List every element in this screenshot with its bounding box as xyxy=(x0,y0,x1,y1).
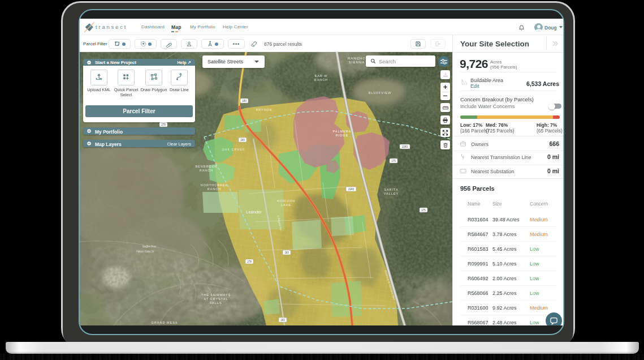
svg-text:Leander: Leander xyxy=(246,209,262,215)
svg-text:BENBROOK: BENBROOK xyxy=(195,165,217,168)
svg-text:RANCH: RANCH xyxy=(208,187,222,191)
svg-text:175: 175 xyxy=(421,209,426,212)
svg-text:HORIZON: HORIZON xyxy=(277,199,295,203)
svg-text:SARITA: SARITA xyxy=(384,188,398,191)
svg-text:183: 183 xyxy=(242,100,247,102)
svg-text:PALMERA: PALMERA xyxy=(333,130,352,133)
svg-text:2243: 2243 xyxy=(348,188,355,191)
svg-text:BAR W: BAR W xyxy=(314,74,327,78)
svg-text:278: 278 xyxy=(247,260,252,263)
svg-text:NORTHCREEK: NORTHCREEK xyxy=(201,183,228,187)
svg-text:SIENNA: SIENNA xyxy=(349,61,365,64)
svg-text:175: 175 xyxy=(391,160,396,162)
svg-text:Eagles Way: Eagles Way xyxy=(142,245,157,248)
svg-text:RIDGE: RIDGE xyxy=(336,134,348,137)
svg-text:FALLS: FALLS xyxy=(210,301,222,305)
svg-text:AT CRYSTAL: AT CRYSTAL xyxy=(204,297,228,301)
svg-text:THE FAIRWAYS: THE FAIRWAYS xyxy=(201,293,231,297)
svg-text:GRAND MESA: GRAND MESA xyxy=(152,321,178,324)
svg-text:Falcon Oaks Dr: Falcon Oaks Dr xyxy=(136,250,154,253)
svg-text:LAKE: LAKE xyxy=(281,203,291,207)
svg-text:OAK CREEK: OAK CREEK xyxy=(222,148,245,151)
svg-text:RANCHO: RANCHO xyxy=(348,57,366,60)
svg-text:RANCH: RANCH xyxy=(314,78,329,82)
svg-text:2243: 2243 xyxy=(402,145,408,148)
svg-text:BLUFFVIEW: BLUFFVIEW xyxy=(369,91,391,95)
svg-text:BRYSON: BRYSON xyxy=(256,108,272,112)
svg-text:183: 183 xyxy=(280,319,285,322)
svg-text:VALLEY: VALLEY xyxy=(384,192,399,195)
svg-text:183: 183 xyxy=(240,139,245,142)
svg-text:183: 183 xyxy=(284,251,289,254)
svg-text:RANCH: RANCH xyxy=(200,169,214,172)
